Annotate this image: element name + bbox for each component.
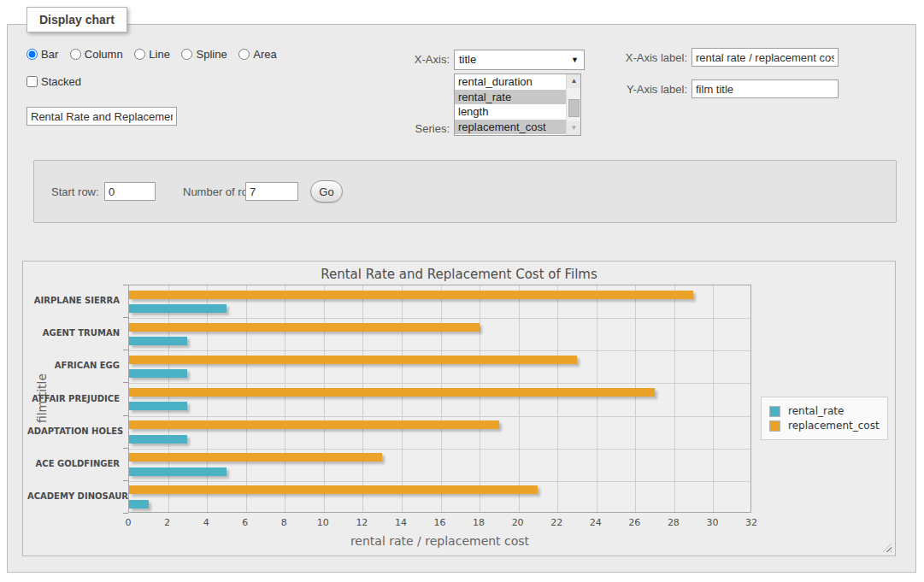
y-axis-tick bbox=[123, 480, 128, 481]
series-option[interactable]: rental_duration bbox=[455, 74, 566, 90]
gridline-vertical bbox=[285, 285, 285, 512]
x-tick-label: 16 bbox=[423, 517, 457, 528]
gridline-vertical bbox=[246, 285, 247, 512]
x-tick-label: 30 bbox=[695, 517, 729, 528]
gridline-vertical bbox=[635, 285, 636, 512]
replacement-cost-legend-label: replacement_cost bbox=[780, 420, 880, 432]
gridline-horizontal bbox=[129, 350, 750, 351]
gridline-vertical bbox=[402, 285, 403, 512]
chart-legend: rental_rate replacement_cost bbox=[761, 397, 888, 440]
spline-radio[interactable] bbox=[181, 49, 192, 60]
x-axis-label-label: X-Axis label: bbox=[606, 51, 687, 64]
start-row-label: Start row: bbox=[51, 185, 99, 198]
series-option[interactable]: rental_rate bbox=[455, 90, 566, 105]
bar-replacement-cost bbox=[129, 420, 499, 429]
gridline-vertical bbox=[207, 285, 208, 512]
display-chart-panel: Display chart Bar Column Line Spline Are… bbox=[7, 24, 916, 573]
x-tick-label: 8 bbox=[267, 517, 301, 528]
bar-rental-rate bbox=[129, 500, 149, 509]
bar-replacement-cost bbox=[129, 388, 655, 397]
bar-replacement-cost bbox=[129, 291, 693, 299]
category-label: ACE GOLDFINGER bbox=[27, 459, 127, 468]
series-option[interactable]: replacement_cost bbox=[455, 120, 566, 135]
dropdown-arrow-icon: ▼ bbox=[571, 56, 579, 64]
column-radio[interactable] bbox=[70, 49, 81, 60]
y-axis-label-label: Y-Axis label: bbox=[606, 83, 687, 96]
bar-replacement-cost bbox=[129, 453, 382, 461]
category-label: ADAPTATION HOLES bbox=[27, 426, 127, 436]
stacked-label: Stacked bbox=[41, 75, 81, 88]
bar-rental-rate bbox=[129, 369, 187, 378]
gridline-vertical bbox=[168, 285, 169, 512]
x-tick-label: 6 bbox=[228, 517, 262, 528]
gridline-vertical bbox=[324, 285, 325, 512]
bar-radio-label: Bar bbox=[41, 48, 58, 61]
line-radio[interactable] bbox=[134, 49, 145, 60]
gridline-horizontal bbox=[129, 481, 750, 482]
series-listbox[interactable]: rental_durationrental_ratelengthreplacem… bbox=[454, 73, 581, 136]
chart-type-option-column[interactable]: Column bbox=[70, 48, 123, 61]
scrollbar-down-icon[interactable]: ▼ bbox=[567, 121, 581, 135]
series-scrollbar[interactable]: ▲ ▼ bbox=[566, 74, 580, 135]
category-label: AFFAIR PREJUDICE bbox=[27, 394, 127, 403]
chart-title: Rental Rate and Replacement Cost of Film… bbox=[23, 267, 895, 282]
x-tick-labels: 02468101214161820222426283032 bbox=[128, 517, 751, 529]
y-axis-label-input[interactable] bbox=[692, 79, 839, 98]
chart-title-input[interactable] bbox=[26, 107, 177, 126]
gridline-vertical bbox=[519, 285, 520, 512]
x-tick-label: 2 bbox=[150, 517, 185, 528]
chart-type-option-bar[interactable]: Bar bbox=[26, 48, 58, 61]
go-button[interactable]: Go bbox=[310, 180, 343, 203]
scrollbar-thumb[interactable] bbox=[568, 99, 580, 117]
rental-rate-legend-label: rental_rate bbox=[780, 405, 844, 417]
column-radio-label: Column bbox=[85, 48, 123, 61]
start-row-input[interactable] bbox=[104, 182, 156, 201]
legend-entry-replacement-cost: replacement_cost bbox=[769, 420, 880, 432]
chart-type-option-area[interactable]: Area bbox=[238, 48, 276, 61]
gridline-horizontal bbox=[129, 318, 750, 319]
area-radio[interactable] bbox=[238, 49, 250, 60]
y-axis-tick bbox=[123, 448, 128, 449]
stacked-checkbox[interactable] bbox=[26, 76, 38, 87]
x-tick-label: 4 bbox=[189, 517, 223, 528]
category-label: AFRICAN EGG bbox=[27, 361, 127, 370]
chart-type-option-spline[interactable]: Spline bbox=[181, 48, 227, 61]
x-tick-label: 24 bbox=[579, 517, 613, 528]
y-axis-tick bbox=[123, 415, 128, 416]
bar-radio[interactable] bbox=[26, 49, 38, 60]
gridline-vertical bbox=[441, 285, 442, 512]
gridline-vertical bbox=[713, 285, 714, 512]
bar-replacement-cost bbox=[129, 356, 577, 364]
stacked-option: Stacked bbox=[26, 75, 81, 88]
line-radio-label: Line bbox=[149, 48, 170, 61]
chart-type-radio-group: Bar Column Line Spline Area bbox=[26, 48, 285, 61]
rental-rate-swatch bbox=[769, 406, 780, 417]
bar-rental-rate bbox=[129, 435, 187, 444]
x-axis-title: rental rate / replacement cost bbox=[128, 534, 751, 548]
x-tick-label: 12 bbox=[344, 517, 379, 528]
x-axis-label-input[interactable] bbox=[692, 48, 839, 67]
y-axis-tick bbox=[123, 317, 128, 318]
number-of-rows-input[interactable] bbox=[245, 182, 298, 201]
gridline-vertical bbox=[674, 285, 675, 512]
chart-type-option-line[interactable]: Line bbox=[134, 48, 170, 61]
gridline-horizontal bbox=[129, 416, 750, 417]
chart-resize-handle[interactable] bbox=[883, 544, 892, 552]
bar-rental-rate bbox=[129, 467, 227, 476]
x-axis-selected-value: title bbox=[459, 53, 476, 66]
rows-form: Start row: Number of rows: Go bbox=[33, 160, 897, 223]
bar-rental-rate bbox=[129, 337, 187, 345]
category-label: AIRPLANE SIERRA bbox=[27, 296, 127, 305]
gridline-vertical bbox=[480, 285, 480, 512]
category-label: ACADEMY DINOSAUR bbox=[27, 491, 127, 501]
spline-radio-label: Spline bbox=[196, 48, 227, 61]
x-tick-label: 26 bbox=[617, 517, 651, 528]
area-radio-label: Area bbox=[253, 48, 276, 61]
legend-entry-rental-rate: rental_rate bbox=[769, 405, 880, 417]
category-label: AGENT TRUMAN bbox=[27, 328, 127, 338]
series-option[interactable]: length bbox=[455, 104, 566, 120]
scrollbar-up-icon[interactable]: ▲ bbox=[567, 74, 581, 88]
series-label-text: Series: bbox=[373, 122, 450, 135]
x-axis-select[interactable]: title ▼ bbox=[454, 50, 585, 70]
x-tick-label: 14 bbox=[384, 517, 418, 528]
